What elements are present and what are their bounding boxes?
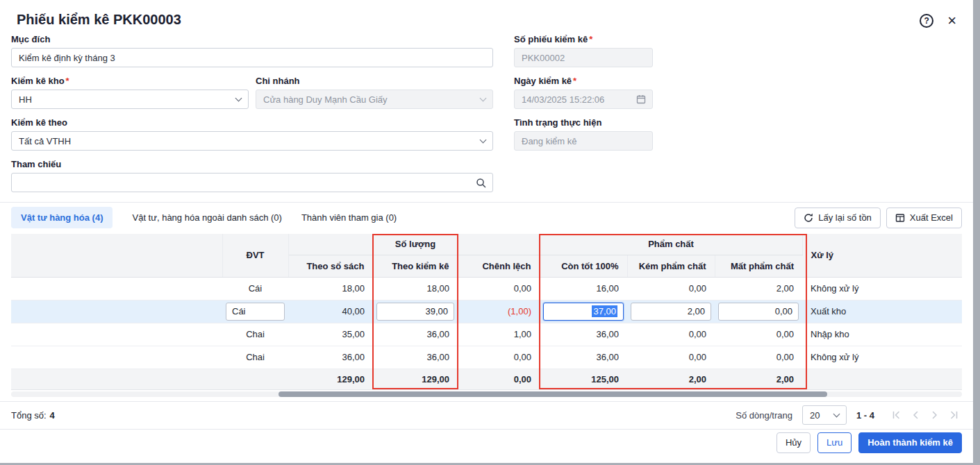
cell-good-100[interactable]: 16,00: [540, 277, 627, 300]
cell-poor[interactable]: 0,00: [627, 323, 715, 346]
tab-goods[interactable]: Vật tư hàng hóa (4): [11, 207, 113, 228]
table-row-editing[interactable]: Cái 40,00 (1,00) 37,00: [11, 300, 962, 323]
cell-handling[interactable]: Nhập kho: [802, 323, 962, 346]
unit-header: ĐVT: [222, 234, 288, 277]
cell-poor[interactable]: 0,00: [627, 277, 715, 300]
tab-members[interactable]: Thành viên tham gia (0): [301, 207, 397, 228]
horizontal-scrollbar[interactable]: [11, 391, 962, 397]
purpose-input[interactable]: [11, 48, 493, 67]
cell-per-book: 18,00: [288, 277, 373, 300]
cell-unit: Cái: [222, 277, 288, 300]
search-icon[interactable]: [476, 178, 486, 188]
slip-no-label: Số phiếu kiểm kê*: [514, 34, 653, 44]
poor-quality-input[interactable]: [631, 303, 711, 321]
chevron-down-icon: [480, 137, 487, 144]
cell-difference: 0,00: [458, 346, 540, 369]
cell-lost[interactable]: 0,00: [715, 323, 802, 346]
prev-page-icon[interactable]: [908, 407, 923, 423]
refresh-icon: [804, 213, 813, 223]
difference-header: Chênh lệch: [458, 255, 540, 277]
cell-lost[interactable]: 2,00: [715, 277, 802, 300]
cell-handling[interactable]: Xuất kho: [802, 300, 962, 323]
check-by-value: Tất cả VTHH: [19, 136, 71, 146]
cell-item-name: [11, 323, 222, 346]
list-footer: Tổng số: 4 Số dòng/trang 20 1 - 4: [0, 401, 973, 429]
reference-input[interactable]: [19, 174, 476, 192]
total-per-book: 129,00: [288, 369, 373, 389]
save-button[interactable]: Lưu: [817, 432, 852, 453]
page-title: Phiếu kiểm kê PKK00003: [17, 12, 181, 28]
per-check-input[interactable]: [376, 303, 454, 321]
cell-unit: Chai: [222, 323, 288, 346]
reload-stock-button[interactable]: Lấy lại số tồn: [795, 208, 881, 228]
selected-text: 37,00: [592, 305, 617, 317]
per-check-header: Theo kiểm kê: [373, 255, 458, 277]
table-row[interactable]: Cái 18,00 18,00 0,00 16,00 0,00 2,00 Khô…: [11, 277, 962, 300]
chevron-down-icon: [480, 95, 487, 102]
lost-quality-header: Mất phẩm chất: [715, 255, 802, 277]
cell-item-name: [11, 346, 222, 369]
check-by-label: Kiểm kê theo: [11, 117, 493, 128]
check-date-label: Ngày kiểm kê*: [514, 76, 653, 86]
cell-per-check[interactable]: 36,00: [373, 323, 458, 346]
cell-unit: Cái: [222, 300, 288, 323]
cell-item-name: [11, 300, 222, 323]
cell-good-100: 37,00: [540, 300, 627, 323]
rows-per-page-select[interactable]: 20: [802, 405, 847, 425]
cell-difference: (1,00): [458, 300, 540, 323]
cell-lost[interactable]: 0,00: [715, 346, 802, 369]
next-page-icon[interactable]: [927, 407, 942, 423]
cell-poor[interactable]: 0,00: [627, 346, 715, 369]
handling-header: Xử lý: [802, 234, 962, 277]
cell-good-100[interactable]: 36,00: [540, 323, 627, 346]
close-icon[interactable]: ×: [947, 14, 956, 28]
tab-goods-outside-list[interactable]: Vật tư, hàng hóa ngoài danh sách (0): [132, 207, 281, 228]
quality-group-header: Phẩm chất: [540, 234, 802, 255]
total-count-value: 4: [50, 410, 55, 421]
branch-select: Cửa hàng Duy Mạnh Cầu Giấy: [256, 90, 493, 109]
calendar-icon: [636, 94, 646, 104]
first-page-icon[interactable]: [888, 407, 904, 423]
total-poor: 2,00: [627, 369, 715, 389]
cell-per-book: 35,00: [288, 323, 373, 346]
table-row[interactable]: Chai 36,00 36,00 0,00 36,00 0,00 0,00 Kh…: [11, 346, 962, 369]
required-asterisk: *: [66, 76, 69, 86]
total-lost: 2,00: [715, 369, 802, 389]
total-good-100: 125,00: [540, 369, 627, 389]
warehouse-label: Kiểm kê kho*: [11, 76, 249, 86]
table-row[interactable]: Chai 35,00 36,00 1,00 36,00 0,00 0,00 Nh…: [11, 323, 962, 346]
items-table-wrap: ĐVT Số lượng Phẩm chất Xử lý Theo sổ sác…: [11, 234, 962, 390]
cell-good-100[interactable]: 36,00: [540, 346, 627, 369]
tabs-row: Vật tư hàng hóa (4) Vật tư, hàng hóa ngo…: [0, 202, 973, 234]
scrollbar-thumb[interactable]: [279, 391, 827, 397]
export-excel-button[interactable]: Xuất Excel: [886, 208, 962, 228]
slip-no-input: PKK00002: [514, 48, 653, 67]
cell-handling[interactable]: Không xử lý: [802, 277, 962, 300]
cell-per-check[interactable]: 18,00: [373, 277, 458, 300]
rows-per-page-value: 20: [810, 410, 820, 421]
item-name-header: [11, 234, 222, 277]
cell-per-check: [373, 300, 458, 323]
action-bar: Hủy Lưu Hoàn thành kiểm kê: [0, 429, 973, 456]
chevron-down-icon: [833, 411, 840, 418]
per-book-header: Theo sổ sách: [288, 255, 373, 277]
check-by-select[interactable]: Tất cả VTHH: [11, 131, 493, 151]
required-asterisk: *: [573, 76, 576, 86]
lost-quality-input[interactable]: [718, 303, 799, 321]
last-page-icon[interactable]: [947, 407, 962, 423]
reference-field: [11, 173, 493, 192]
cancel-button[interactable]: Hủy: [776, 432, 811, 453]
good-100-input[interactable]: 37,00: [543, 303, 624, 321]
warehouse-select[interactable]: HH: [11, 90, 249, 109]
chevron-down-icon: [235, 95, 242, 102]
cell-per-book: 40,00: [288, 300, 373, 323]
cell-lost: [715, 300, 802, 323]
good-100-header: Còn tốt 100%: [540, 255, 627, 277]
unit-combobox[interactable]: Cái: [226, 303, 285, 321]
cell-per-check[interactable]: 36,00: [373, 346, 458, 369]
branch-value: Cửa hàng Duy Mạnh Cầu Giấy: [263, 94, 388, 105]
help-icon[interactable]: ?: [920, 14, 933, 28]
cell-handling[interactable]: Không xử lý: [802, 346, 962, 369]
total-count-label: Tổng số:: [11, 410, 47, 421]
complete-check-button[interactable]: Hoàn thành kiểm kê: [858, 432, 962, 453]
